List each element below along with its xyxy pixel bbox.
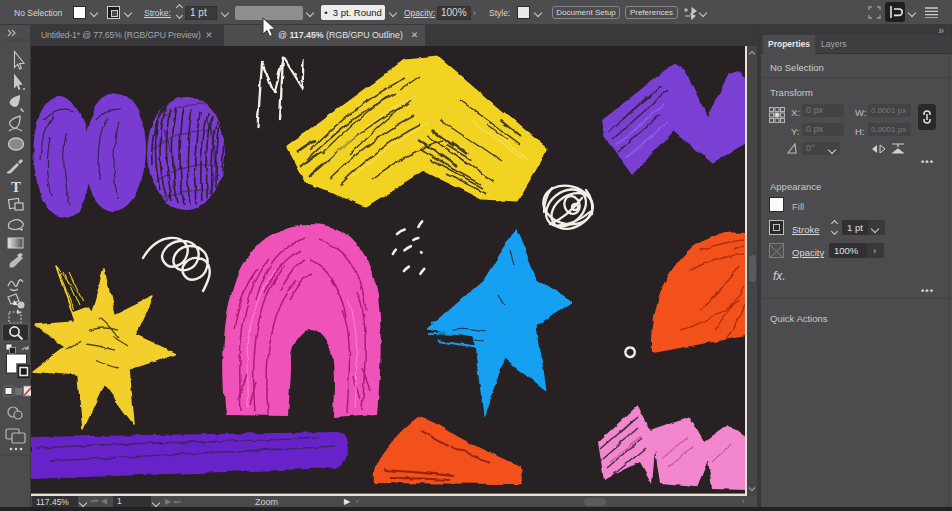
svg-text:T: T — [11, 179, 21, 195]
